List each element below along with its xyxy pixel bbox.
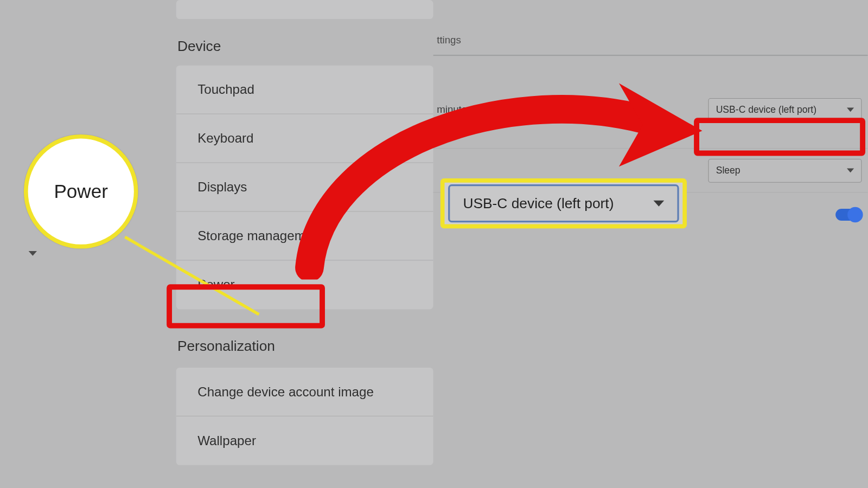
chevron-down-icon xyxy=(29,251,37,256)
device-item-power[interactable]: Power xyxy=(176,260,433,309)
device-list: Touchpad Keyboard Displays Storage manag… xyxy=(176,66,433,310)
annotation-circle-label: Power xyxy=(54,181,108,203)
idle-action-dropdown-value: Sleep xyxy=(716,165,741,176)
chevron-down-icon xyxy=(847,168,854,172)
idle-action-dropdown[interactable]: Sleep xyxy=(708,158,861,182)
chevron-down-icon xyxy=(847,108,854,112)
device-item-keyboard[interactable]: Keyboard xyxy=(176,114,433,163)
power-source-dropdown[interactable]: USB-C device (left port) xyxy=(708,98,861,121)
device-item-storage[interactable]: Storage management xyxy=(176,212,433,261)
annotation-dropdown-callout: USB-C device (left port) xyxy=(441,178,687,228)
sleep-toggle[interactable] xyxy=(835,209,861,221)
settings-left-panel: Device Touchpad Keyboard Displays Storag… xyxy=(176,0,433,465)
annotation-dropdown-callout-value: USB-C device (left port) xyxy=(463,195,614,212)
power-row-source: minutes left USB-C device (left port) xyxy=(433,72,868,149)
device-item-displays[interactable]: Displays xyxy=(176,163,433,212)
chevron-down-icon xyxy=(654,201,665,207)
personalization-list: Change device account image Wallpaper xyxy=(176,368,433,465)
device-item-touchpad[interactable]: Touchpad xyxy=(176,66,433,114)
breadcrumb-text: ttings xyxy=(437,35,461,47)
personalization-item-wallpaper[interactable]: Wallpaper xyxy=(176,416,433,465)
section-title-device: Device xyxy=(177,38,433,55)
personalization-item-account-image[interactable]: Change device account image xyxy=(176,368,433,416)
power-source-dropdown-value: USB-C device (left port) xyxy=(716,105,816,115)
annotation-dropdown-callout-inner: USB-C device (left port) xyxy=(448,184,679,222)
annotation-circle: Power xyxy=(24,134,138,249)
battery-status-label: minutes left xyxy=(437,104,488,115)
settings-card-placeholder xyxy=(176,0,433,19)
breadcrumb: ttings xyxy=(433,26,868,56)
section-title-personalization: Personalization xyxy=(177,338,433,355)
